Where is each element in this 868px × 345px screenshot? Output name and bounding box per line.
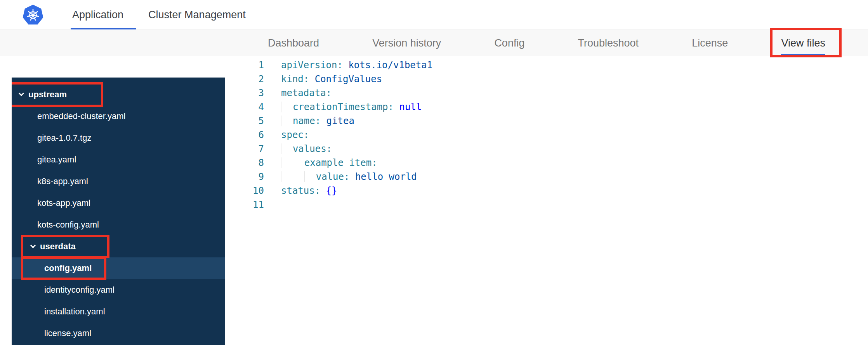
tree-file-kots-config-yaml[interactable]: kots-config.yaml	[12, 214, 225, 236]
code-token-plain	[321, 116, 326, 126]
subnav-item-config[interactable]: Config	[494, 30, 524, 56]
code-line: 4 creationTimestamp: null	[237, 100, 868, 114]
code-text: name: gitea	[281, 114, 354, 128]
line-number: 1	[237, 58, 264, 72]
code-token-ind	[293, 171, 304, 182]
tree-item-label: upstream	[28, 90, 67, 100]
top-bar: ApplicationCluster Management	[0, 0, 868, 29]
code-line: 3metadata:	[237, 86, 868, 100]
code-token-str: ConfigValues	[315, 74, 382, 85]
code-token-kw: {}	[326, 185, 337, 196]
tree-folder-userdata[interactable]: userdata	[12, 236, 225, 257]
code-token-plain	[394, 102, 399, 112]
subnav-item-label: View files	[781, 37, 825, 49]
tree-file-kots-app-yaml[interactable]: kots-app.yaml	[12, 192, 225, 214]
code-text: example_item:	[281, 156, 377, 170]
line-number: 7	[237, 142, 264, 156]
chevron-down-icon[interactable]	[30, 243, 36, 248]
code-token-plain	[349, 171, 355, 182]
code-text: values:	[281, 142, 332, 156]
code-line: 6spec:	[237, 128, 868, 142]
code-token-ind	[281, 116, 293, 126]
chevron-down-icon[interactable]	[19, 91, 24, 96]
tree-item-label: k8s-app.yaml	[37, 176, 88, 186]
code-token-ind	[281, 157, 293, 168]
code-token-key: kind:	[281, 74, 309, 85]
tree-item-label: userdata	[40, 242, 76, 252]
subnav-item-label: Dashboard	[268, 37, 319, 49]
code-token-ind	[281, 171, 293, 182]
code-text: value: hello world	[281, 170, 417, 184]
code-text: kind: ConfigValues	[281, 72, 382, 86]
subnav-items: DashboardVersion historyConfigTroublesho…	[268, 30, 825, 56]
tree-item-label: config.yaml	[44, 263, 92, 273]
subnav-item-version-history[interactable]: Version history	[372, 30, 441, 56]
code-line: 11	[237, 198, 868, 212]
code-token-kw: null	[399, 102, 422, 112]
subnav-item-label: Troubleshoot	[578, 37, 639, 49]
tree-file-gitea-yaml[interactable]: gitea.yaml	[12, 149, 225, 171]
subnav-item-dashboard[interactable]: Dashboard	[268, 30, 319, 56]
code-token-key: apiVersion:	[281, 60, 343, 71]
tree-item-label: kots-config.yaml	[37, 220, 99, 230]
code-token-key: metadata:	[281, 88, 332, 98]
code-token-str: kots.io/v1beta1	[348, 60, 432, 71]
tree-item-label: license.yaml	[44, 328, 91, 338]
code-text: apiVersion: kots.io/v1beta1	[281, 58, 432, 72]
subnav-item-troubleshoot[interactable]: Troubleshoot	[578, 30, 639, 56]
file-tree: upstreamembedded-cluster.yamlgitea-1.0.7…	[12, 84, 225, 344]
tree-file-k8s-app-yaml[interactable]: k8s-app.yaml	[12, 171, 225, 192]
header-tabs: ApplicationCluster Management	[72, 0, 246, 29]
code-token-key: name:	[293, 116, 321, 126]
code-token-ind	[304, 171, 316, 182]
subnav-item-label: License	[692, 37, 728, 49]
code-token-key: example_item:	[304, 157, 377, 168]
line-number: 3	[237, 86, 264, 100]
yaml-file-viewer[interactable]: 1apiVersion: kots.io/v1beta12kind: Confi…	[237, 57, 868, 345]
code-token-key: values:	[293, 143, 332, 154]
tree-item-label: installation.yaml	[44, 307, 105, 317]
subnav-item-label: Config	[494, 37, 524, 49]
kubernetes-logo-icon	[23, 4, 43, 25]
line-number: 5	[237, 114, 264, 128]
tree-folder-upstream[interactable]: upstream	[12, 84, 225, 105]
tree-file-identityconfig-yaml[interactable]: identityconfig.yaml	[12, 279, 225, 301]
tree-item-label: gitea.yaml	[37, 155, 76, 165]
code-token-str: gitea	[326, 116, 354, 126]
code-token-key: creationTimestamp:	[293, 102, 394, 112]
tab-cluster-management[interactable]: Cluster Management	[148, 0, 246, 29]
code-line: 8 example_item:	[237, 156, 868, 170]
code-token-str: hello world	[355, 171, 417, 182]
code-line: 5 name: gitea	[237, 114, 868, 128]
code-line: 9 value: hello world	[237, 170, 868, 184]
file-tree-sidebar: upstreamembedded-cluster.yamlgitea-1.0.7…	[12, 78, 225, 345]
line-number: 11	[237, 198, 264, 212]
line-number: 8	[237, 156, 264, 170]
tree-file-config-yaml[interactable]: config.yaml	[12, 257, 225, 279]
code-line: 10status: {}	[237, 184, 868, 198]
code-token-plain	[309, 74, 314, 85]
subnav-item-license[interactable]: License	[692, 30, 728, 56]
tree-item-label: kots-app.yaml	[37, 198, 90, 208]
code-token-ind	[281, 143, 293, 154]
code-line: 7 values:	[237, 142, 868, 156]
tree-file-gitea-1-0-7-tgz[interactable]: gitea-1.0.7.tgz	[12, 127, 225, 149]
code-token-ind	[281, 102, 293, 112]
code-text: metadata:	[281, 86, 332, 100]
subnav-item-label: Version history	[372, 37, 441, 49]
tree-file-installation-yaml[interactable]: installation.yaml	[12, 301, 225, 323]
editor-lines: 1apiVersion: kots.io/v1beta12kind: Confi…	[237, 58, 868, 212]
line-number: 4	[237, 100, 264, 114]
code-line: 2kind: ConfigValues	[237, 72, 868, 86]
code-token-plain	[343, 60, 348, 71]
tree-item-label: gitea-1.0.7.tgz	[37, 133, 91, 143]
tree-item-label: identityconfig.yaml	[44, 285, 115, 295]
code-token-key: spec:	[281, 129, 309, 140]
tab-application[interactable]: Application	[72, 0, 123, 29]
tree-file-embedded-cluster-yaml[interactable]: embedded-cluster.yaml	[12, 105, 225, 127]
app-subnav: DashboardVersion historyConfigTroublesho…	[0, 30, 868, 56]
tree-file-license-yaml[interactable]: license.yaml	[12, 323, 225, 344]
code-text: spec:	[281, 128, 309, 142]
subnav-item-view-files[interactable]: View files	[781, 30, 825, 56]
code-token-key: value:	[316, 171, 350, 182]
